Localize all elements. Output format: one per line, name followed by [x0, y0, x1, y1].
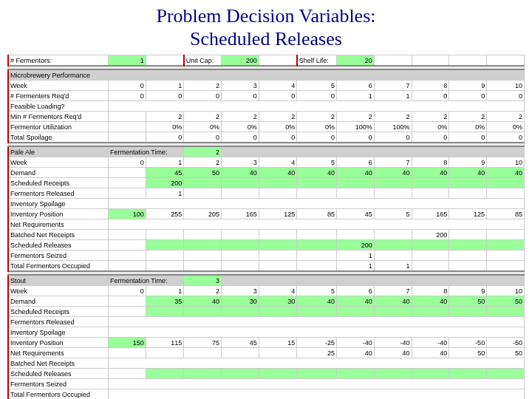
- stout-ftime-value: 3: [184, 275, 222, 286]
- unitcap-label: Unit Cap:: [184, 55, 222, 66]
- stout-ftime-label: Fermentation Time:: [109, 275, 184, 286]
- shelflife-value: 20: [336, 55, 374, 66]
- title-line-2: Scheduled Releases: [190, 28, 342, 50]
- perf-util-row: Fermentor Utilization 0%0%0%0%0%100%100%…: [8, 122, 525, 132]
- shelflife-label: Shelf Life:: [297, 55, 337, 66]
- pale-ftime-value: 2: [184, 146, 222, 157]
- stout-schrel-row: Scheduled Releases: [8, 369, 525, 379]
- title-line-1: Problem Decision Variables:: [156, 5, 375, 27]
- pale-fseiz-row: Fermentors Seized 1: [8, 250, 525, 261]
- stout-invpos-row: Inventory Position 150115754515-25-40-40…: [8, 338, 525, 348]
- pale-header: Pale Ale: [8, 146, 109, 157]
- pale-ftime-label: Fermentation Time:: [109, 146, 184, 157]
- pale-week-row: Week 012345678910: [8, 157, 525, 168]
- pale-frel-row: Fermentors Released 1: [8, 188, 525, 199]
- perf-util-label: Fermentor Utilization: [8, 122, 109, 132]
- unitcap-value: 200: [222, 55, 259, 66]
- perf-fermreq-row: # Fermenters Req'd 00000011000: [8, 91, 525, 101]
- stout-header: Stout: [8, 275, 109, 286]
- stout-netreq-row: Net Requirements 254040405050: [8, 348, 525, 358]
- data-table: # Fermentors: 1 Unit Cap: 200 Shelf Life…: [7, 55, 525, 399]
- stout-schrec-row: Scheduled Receipts: [8, 307, 525, 317]
- perf-fermreq-label: # Fermenters Req'd: [8, 91, 109, 101]
- pale-schrec-row: Scheduled Receipts 200: [8, 178, 525, 188]
- perf-minf-row: Min # Fermentors Req'd 2222222222: [8, 112, 525, 122]
- pale-demand-row: Demand 45504040404040404040: [8, 168, 525, 178]
- pale-batnet-row: Batched Net Receipts 200: [8, 230, 525, 240]
- perf-spoil-label: Total Spoilage: [8, 132, 109, 143]
- fermentors-label: # Fermentors:: [8, 55, 109, 66]
- stout-demand-row: Demand 35403030404040405050: [8, 296, 525, 307]
- stout-week-row: Week 012345678910: [8, 286, 525, 296]
- pale-invpos-row: Inventory Position 100255205165125854551…: [8, 209, 525, 219]
- perf-week-row: Week 012345678910: [8, 81, 525, 91]
- page-title: Problem Decision Variables: Scheduled Re…: [0, 0, 532, 55]
- perf-header: Microbrewery Performance: [8, 69, 525, 81]
- pale-header-row: Pale Ale Fermentation Time: 2: [8, 146, 525, 157]
- pale-tfocc-row: Total Fermentors Occupied 11: [8, 261, 525, 272]
- perf-minf-label: Min # Fermentors Req'd: [8, 112, 109, 122]
- spreadsheet: # Fermentors: 1 Unit Cap: 200 Shelf Life…: [0, 55, 532, 399]
- stout-header-row: Stout Fermentation Time: 3: [8, 275, 525, 286]
- perf-week-label: Week: [8, 81, 109, 91]
- perf-spoil-row: Total Spoilage 0000000000: [8, 132, 525, 143]
- params-row: # Fermentors: 1 Unit Cap: 200 Shelf Life…: [8, 55, 525, 66]
- perf-feas-label: Feasible Loading?: [8, 101, 109, 112]
- pale-schrel-row: Scheduled Releases 200: [8, 240, 525, 250]
- fermentors-value: 1: [109, 55, 146, 66]
